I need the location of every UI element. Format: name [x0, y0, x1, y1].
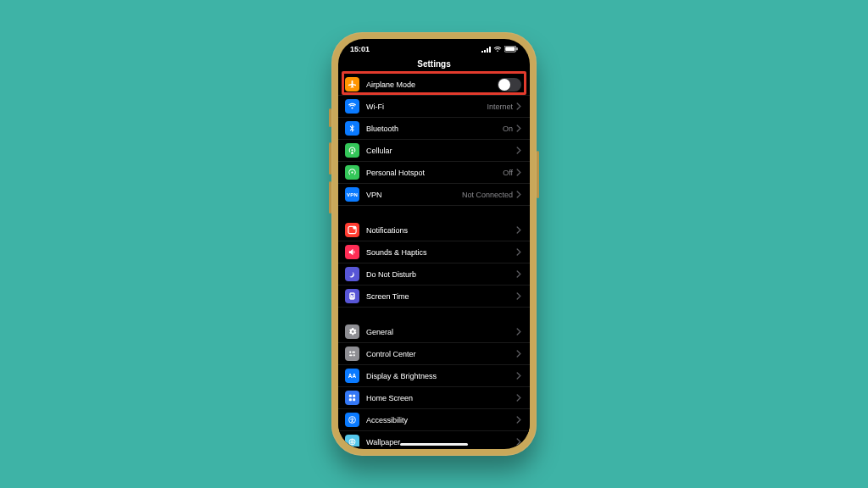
row-label: Control Center	[366, 350, 516, 358]
cellular-icon	[345, 143, 359, 158]
sounds-icon	[345, 245, 359, 259]
settings-row-sounds[interactable]: Sounds & Haptics	[338, 241, 530, 263]
chevron-right-icon	[516, 350, 521, 358]
svg-rect-2	[516, 47, 517, 50]
chevron-right-icon	[516, 169, 521, 176]
toggle-airplane[interactable]	[498, 78, 521, 92]
chevron-right-icon	[516, 270, 521, 278]
row-label: Display & Brightness	[366, 372, 516, 380]
row-label: Home Screen	[366, 394, 516, 402]
hotspot-icon	[345, 165, 359, 180]
screentime-icon	[345, 289, 359, 303]
settings-row-bluetooth[interactable]: BluetoothOn	[338, 118, 530, 140]
row-value: Internet	[487, 103, 513, 111]
row-label: Bluetooth	[366, 125, 503, 133]
row-value: Not Connected	[462, 191, 513, 199]
row-label: Screen Time	[366, 292, 516, 301]
row-label: Airplane Mode	[366, 80, 498, 89]
settings-row-display[interactable]: Display & Brightness	[338, 365, 530, 387]
chevron-right-icon	[516, 226, 521, 234]
row-label: Cellular	[366, 147, 516, 155]
screen: 15:01 Settings Airplane ModeWi-FiInterne…	[338, 39, 530, 449]
svg-rect-1	[505, 47, 515, 51]
settings-row-airplane[interactable]: Airplane Mode	[338, 74, 530, 96]
mute-switch[interactable]	[329, 108, 331, 127]
dnd-icon	[345, 267, 359, 281]
chevron-right-icon	[516, 328, 521, 336]
settings-row-general[interactable]: General	[338, 321, 530, 343]
settings-row-cellular[interactable]: Cellular	[338, 140, 530, 162]
settings-list[interactable]: Airplane ModeWi-FiInternetBluetoothOnCel…	[338, 74, 530, 446]
general-icon	[345, 324, 359, 339]
chevron-right-icon	[516, 438, 521, 446]
wallpaper-icon	[345, 435, 359, 446]
chevron-right-icon	[516, 191, 521, 198]
row-label: Wi-Fi	[366, 103, 487, 111]
row-label: Notifications	[366, 226, 516, 235]
chevron-right-icon	[516, 394, 521, 402]
settings-row-wifi[interactable]: Wi-FiInternet	[338, 96, 530, 118]
chevron-right-icon	[516, 103, 521, 110]
bluetooth-icon	[345, 121, 359, 136]
chevron-right-icon	[516, 125, 521, 132]
settings-row-homescreen[interactable]: Home Screen	[338, 387, 530, 409]
row-label: Do Not Disturb	[366, 270, 516, 279]
status-time: 15:01	[350, 45, 370, 53]
side-button[interactable]	[537, 151, 539, 198]
chevron-right-icon	[516, 248, 521, 256]
row-label: Personal Hotspot	[366, 169, 503, 177]
row-value: Off	[503, 169, 513, 177]
settings-row-dnd[interactable]: Do Not Disturb	[338, 263, 530, 286]
battery-icon	[504, 46, 518, 53]
cellular-bars-icon	[481, 47, 491, 53]
settings-row-vpn[interactable]: VPNVPNNot Connected	[338, 184, 530, 206]
settings-group: Airplane ModeWi-FiInternetBluetoothOnCel…	[338, 74, 530, 206]
volume-up-button[interactable]	[329, 142, 331, 175]
notifications-icon	[345, 223, 359, 237]
settings-group: GeneralControl CenterDisplay & Brightnes…	[338, 321, 530, 446]
display-icon	[345, 369, 359, 383]
settings-row-hotspot[interactable]: Personal HotspotOff	[338, 162, 530, 184]
chevron-right-icon	[516, 292, 521, 300]
page-title: Settings	[338, 56, 530, 74]
accessibility-icon	[345, 413, 359, 427]
row-label: General	[366, 328, 516, 336]
row-label: VPN	[366, 191, 462, 199]
home-indicator[interactable]	[400, 443, 468, 446]
status-wifi-icon	[493, 46, 502, 53]
settings-group: NotificationsSounds & HapticsDo Not Dist…	[338, 219, 530, 308]
row-value: On	[503, 125, 513, 133]
vpn-icon: VPN	[345, 187, 359, 202]
controlcenter-icon	[345, 347, 359, 361]
settings-row-screentime[interactable]: Screen Time	[338, 286, 530, 308]
homescreen-icon	[345, 391, 359, 405]
settings-row-controlcenter[interactable]: Control Center	[338, 343, 530, 365]
chevron-right-icon	[516, 147, 521, 154]
volume-down-button[interactable]	[329, 181, 331, 214]
chevron-right-icon	[516, 416, 521, 424]
settings-row-accessibility[interactable]: Accessibility	[338, 409, 530, 431]
airplane-icon	[345, 77, 359, 92]
row-label: Accessibility	[366, 416, 516, 424]
wifi-icon	[345, 99, 359, 114]
phone-frame: 15:01 Settings Airplane ModeWi-FiInterne…	[331, 32, 537, 456]
settings-row-notifications[interactable]: Notifications	[338, 219, 530, 241]
notch	[387, 39, 481, 54]
chevron-right-icon	[516, 372, 521, 380]
row-label: Sounds & Haptics	[366, 248, 516, 257]
